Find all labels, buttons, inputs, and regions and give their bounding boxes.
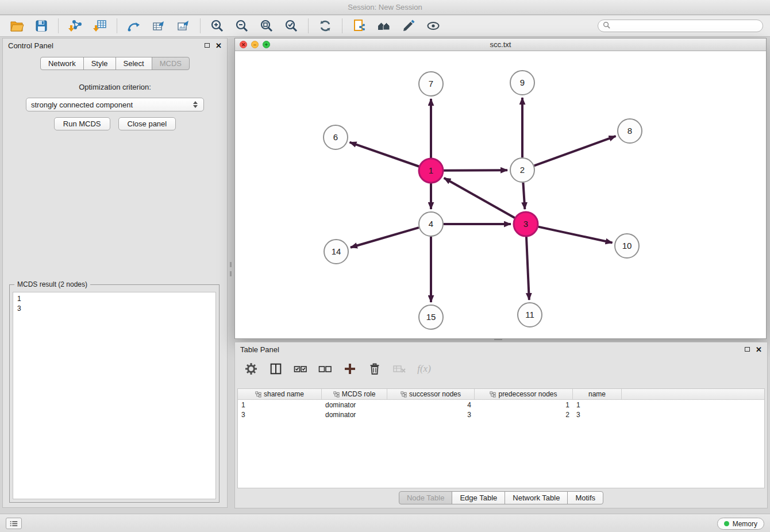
- graph-edge-3-11[interactable]: [526, 237, 529, 300]
- control-panel: Control Panel ✕ Network Style Select MCD…: [2, 38, 228, 508]
- close-panel-icon[interactable]: ✕: [215, 42, 222, 49]
- cell-successor-nodes[interactable]: 4: [387, 401, 475, 409]
- show-hide-icon[interactable]: [424, 17, 443, 34]
- close-panel-icon[interactable]: ✕: [756, 346, 762, 353]
- network-from-selection-icon[interactable]: [124, 17, 144, 34]
- column-label: MCDS role: [342, 390, 376, 398]
- mcds-result-text[interactable]: 1 3: [13, 292, 216, 499]
- save-session-icon[interactable]: [32, 17, 51, 34]
- close-panel-button[interactable]: Close panel: [118, 117, 176, 130]
- deselect-all-rows-icon[interactable]: [317, 361, 333, 377]
- cell-successor-nodes[interactable]: 3: [387, 411, 475, 419]
- delete-table-icon[interactable]: [391, 361, 407, 377]
- graph-edge-3-1[interactable]: [444, 178, 515, 218]
- float-panel-icon[interactable]: [745, 347, 750, 352]
- column-tree-icon: [401, 391, 407, 398]
- table-header-row: shared name MCDS role successor nodes pr…: [238, 389, 764, 400]
- graph-node-label: 14: [332, 246, 341, 256]
- first-neighbors-icon[interactable]: [374, 17, 394, 34]
- cell-mcds-role[interactable]: dominator: [322, 401, 387, 409]
- tab-node-table[interactable]: Node Table: [399, 491, 453, 504]
- zoom-window-icon[interactable]: +: [263, 41, 270, 48]
- tab-motifs[interactable]: Motifs: [567, 491, 603, 504]
- minimize-window-icon[interactable]: −: [251, 41, 259, 48]
- import-table-icon[interactable]: [90, 17, 110, 34]
- tab-select[interactable]: Select: [116, 57, 152, 70]
- zoom-out-icon[interactable]: [232, 17, 252, 34]
- column-header-predecessor-nodes[interactable]: predecessor nodes: [475, 389, 573, 399]
- table-row[interactable]: 3 dominator 3 2 3: [238, 410, 764, 419]
- function-builder-icon[interactable]: f(x): [416, 361, 432, 377]
- graph-edge-1-2[interactable]: [444, 170, 507, 171]
- graph-node-label: 10: [622, 241, 632, 250]
- graph-node-label: 11: [525, 310, 534, 319]
- tab-style[interactable]: Style: [83, 57, 116, 70]
- column-header-shared-name[interactable]: shared name: [238, 389, 322, 399]
- graph-node-label: 15: [426, 312, 436, 322]
- tab-network-table[interactable]: Network Table: [505, 491, 568, 504]
- graph-edge-2-8[interactable]: [534, 136, 616, 166]
- network-canvas[interactable]: 7968124314101511: [235, 51, 766, 338]
- column-header-mcds-role[interactable]: MCDS role: [322, 389, 387, 399]
- cell-shared-name[interactable]: 1: [238, 401, 322, 409]
- table-panel-title: Table Panel: [240, 345, 279, 354]
- column-label: shared name: [264, 390, 304, 398]
- select-all-rows-icon[interactable]: [292, 361, 309, 377]
- open-session-icon[interactable]: [7, 17, 26, 34]
- delete-column-trash-icon[interactable]: [367, 361, 383, 377]
- show-columns-icon[interactable]: [268, 361, 284, 377]
- graph-edge-2-3[interactable]: [523, 183, 525, 209]
- zoom-in-icon[interactable]: [207, 17, 227, 34]
- search-input[interactable]: [614, 21, 758, 30]
- column-header-successor-nodes[interactable]: successor nodes: [387, 389, 475, 399]
- optimization-criterion-label: Optimization criterion:: [3, 83, 227, 91]
- zoom-selected-icon[interactable]: [282, 17, 301, 34]
- tab-edge-table[interactable]: Edge Table: [452, 491, 505, 504]
- window-controls: ✕ − +: [240, 41, 270, 48]
- memory-button[interactable]: Memory: [717, 518, 764, 530]
- import-network-icon[interactable]: [66, 17, 85, 34]
- column-label: successor nodes: [409, 390, 461, 398]
- column-tree-icon: [490, 391, 496, 398]
- table-panel-header: Table Panel ✕: [235, 342, 767, 356]
- cell-predecessor-nodes[interactable]: 2: [475, 411, 573, 419]
- task-history-icon[interactable]: [6, 518, 22, 529]
- refresh-view-icon[interactable]: [315, 17, 335, 34]
- tab-network[interactable]: Network: [40, 57, 84, 70]
- network-view-window: ✕ − + scc.txt 7968124314101511: [234, 38, 767, 339]
- graph-edge-3-10[interactable]: [538, 227, 613, 243]
- panel-splitter-handle[interactable]: [229, 262, 232, 276]
- column-tree-icon: [333, 391, 340, 398]
- cell-predecessor-nodes[interactable]: 1: [475, 401, 573, 409]
- cell-name[interactable]: 1: [573, 401, 622, 409]
- cell-shared-name[interactable]: 3: [238, 411, 322, 419]
- column-header-name[interactable]: name: [573, 389, 622, 399]
- graph-edge-4-14[interactable]: [351, 228, 419, 248]
- mcds-result-line: 3: [17, 304, 211, 314]
- graph-node-label: 7: [429, 79, 433, 88]
- network-window-title: scc.txt: [490, 40, 511, 49]
- export-image-icon[interactable]: [174, 17, 193, 34]
- table-row[interactable]: 1 dominator 4 1 1: [238, 400, 764, 410]
- mcds-result-title: MCDS result (2 nodes): [14, 280, 90, 288]
- search-field[interactable]: [598, 20, 763, 32]
- export-table-icon[interactable]: [149, 17, 168, 34]
- column-settings-gear-icon[interactable]: [243, 361, 259, 377]
- graph-edge-1-6[interactable]: [350, 142, 419, 167]
- cell-mcds-role[interactable]: dominator: [322, 411, 387, 419]
- run-mcds-button[interactable]: Run MCDS: [54, 117, 110, 130]
- close-window-icon[interactable]: ✕: [240, 41, 247, 48]
- column-label: name: [588, 390, 606, 398]
- cell-name[interactable]: 3: [573, 411, 622, 419]
- status-bar: Memory: [0, 514, 770, 532]
- float-panel-icon[interactable]: [205, 43, 210, 48]
- tab-mcds[interactable]: MCDS: [152, 57, 190, 70]
- zoom-fit-icon[interactable]: [257, 17, 276, 34]
- mcds-result-line: 1: [17, 294, 211, 304]
- open-in-browser-icon[interactable]: [349, 17, 369, 34]
- optimization-criterion-select[interactable]: strongly connected component: [26, 98, 204, 111]
- create-column-plus-icon[interactable]: [342, 361, 358, 377]
- fx-label: f(x): [417, 363, 431, 375]
- toolbar-separator: [58, 18, 59, 33]
- apply-style-icon[interactable]: [399, 17, 418, 34]
